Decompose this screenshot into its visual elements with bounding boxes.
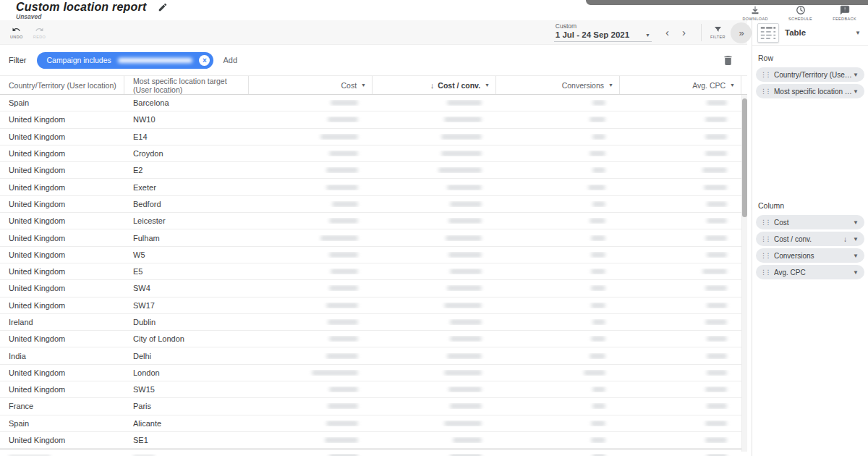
metric-cell	[249, 353, 373, 359]
redacted-value	[592, 201, 605, 207]
sidebar-section-label-column: Column	[758, 201, 861, 210]
filter-button[interactable]: FILTER	[710, 25, 726, 39]
redacted-value	[450, 319, 482, 325]
filter-chip-redacted-value	[118, 58, 193, 63]
metric-cell	[249, 235, 373, 241]
filter-chip-text: Campaign includes	[46, 56, 111, 64]
field-chip-cost-conv[interactable]: ⋮⋮Cost / conv.↓▼	[756, 232, 864, 246]
field-chip-caret-icon[interactable]: ▼	[853, 236, 859, 242]
table-row: United KingdomCroydon	[0, 145, 747, 162]
metric-cell	[620, 167, 741, 173]
redacted-value	[444, 370, 482, 376]
date-dropdown-caret-icon[interactable]: ▼	[645, 33, 650, 38]
redacted-value	[329, 151, 358, 156]
field-chip-caret-icon[interactable]: ▼	[853, 253, 859, 259]
field-chip-most-specific-location-target-user-location[interactable]: ⋮⋮Most specific location target (User lo…	[756, 84, 864, 98]
field-chip-caret-icon[interactable]: ▼	[853, 88, 859, 95]
table-chart-type-icon[interactable]	[757, 23, 779, 43]
column-header-avg-cpc[interactable]: Avg. CPC▼	[620, 76, 741, 94]
redacted-value	[329, 336, 358, 342]
field-chip-caret-icon[interactable]: ▼	[853, 219, 859, 226]
column-header-conversions[interactable]: Conversions▼	[496, 76, 620, 94]
delete-report-trash-icon[interactable]	[722, 54, 734, 67]
chart-type-caret-icon[interactable]: ▼	[855, 30, 861, 36]
table-row: SpainAlicante	[0, 415, 747, 432]
column-header-country-territory-user-location[interactable]: Country/Territory (User location)	[0, 76, 124, 94]
vertical-scrollbar[interactable]	[741, 95, 747, 452]
column-header-cost-conv[interactable]: ↓Cost / conv.▼	[373, 76, 496, 94]
location-target-cell: City of London	[124, 334, 249, 343]
chart-type-selector[interactable]: Table ▼	[752, 20, 868, 46]
column-header-most-specific-location-target-user-location[interactable]: Most specific location target (User loca…	[124, 76, 249, 94]
add-filter-button[interactable]: Add	[223, 56, 237, 64]
redacted-value	[331, 100, 358, 106]
metric-cell	[620, 387, 741, 392]
date-next-button[interactable]: ›	[676, 26, 692, 38]
country-cell: France	[0, 402, 124, 410]
column-menu-caret-icon[interactable]: ▼	[361, 83, 366, 88]
date-range-selector[interactable]: Custom 1 Jul - 24 Sep 2021 ▼	[554, 22, 652, 42]
field-chip-country-territory-user-location[interactable]: ⋮⋮Country/Territory (User location)▼	[756, 67, 864, 82]
location-target-cell: SE1	[124, 436, 249, 444]
redacted-value	[705, 285, 727, 291]
field-chip-avg-cpc[interactable]: ⋮⋮Avg. CPC▼	[756, 265, 864, 279]
drag-handle-icon[interactable]: ⋮⋮	[760, 72, 770, 78]
field-chip-conversions[interactable]: ⋮⋮Conversions▼	[756, 248, 864, 263]
table-row	[0, 449, 747, 456]
drag-handle-icon[interactable]: ⋮⋮	[760, 269, 770, 276]
table-row: United KingdomW5	[0, 247, 747, 263]
country-cell: Spain	[0, 419, 124, 428]
metric-cell	[496, 167, 620, 173]
redacted-value	[705, 387, 727, 392]
redacted-value	[450, 201, 482, 207]
campaign-filter-chip[interactable]: Campaign includes ×	[37, 52, 213, 69]
location-target-cell: Leicester	[124, 216, 249, 225]
undo-button[interactable]: UNDO	[10, 25, 23, 39]
field-chip-caret-icon[interactable]: ▼	[853, 269, 859, 276]
metric-cell	[373, 285, 496, 291]
metric-cell	[373, 134, 496, 140]
redacted-value	[592, 167, 605, 173]
column-menu-caret-icon[interactable]: ▼	[730, 83, 735, 88]
column-menu-caret-icon[interactable]: ▼	[608, 83, 613, 88]
metric-cell	[373, 353, 496, 359]
filter-bar-label: Filter	[9, 56, 26, 64]
redacted-value	[592, 403, 605, 409]
drag-handle-icon[interactable]: ⋮⋮	[760, 253, 770, 259]
table-body: SpainBarcelonaUnited KingdomNW10United K…	[0, 95, 747, 456]
location-target-cell: NW10	[124, 115, 249, 124]
field-chip-caret-icon[interactable]: ▼	[853, 72, 859, 78]
redacted-value	[320, 134, 358, 140]
metric-cell	[496, 235, 620, 241]
column-menu-caret-icon[interactable]: ▼	[485, 83, 490, 88]
metric-cell	[620, 218, 741, 224]
metric-cell	[620, 285, 741, 291]
scrollbar-thumb[interactable]	[742, 98, 747, 217]
redacted-value	[448, 218, 482, 224]
redacted-value	[705, 421, 727, 426]
metric-cell	[249, 117, 373, 122]
feedback-icon	[840, 5, 850, 15]
redacted-value	[453, 437, 482, 443]
redacted-value	[591, 336, 605, 342]
metric-cell	[496, 387, 620, 392]
feedback-button[interactable]: FEEDBACK	[833, 5, 856, 21]
download-button[interactable]: DOWNLOAD	[742, 5, 768, 21]
column-header-cost[interactable]: Cost▼	[249, 76, 373, 94]
redacted-value	[448, 252, 482, 258]
field-chip-cost[interactable]: ⋮⋮Cost▼	[756, 215, 864, 229]
schedule-button[interactable]: SCHEDULE	[788, 5, 812, 21]
metric-cell	[496, 269, 620, 274]
redo-button[interactable]: REDO	[33, 25, 46, 39]
drag-handle-icon[interactable]: ⋮⋮	[760, 219, 770, 226]
redacted-value	[326, 303, 358, 308]
country-cell: United Kingdom	[0, 115, 124, 124]
redacted-value	[444, 303, 482, 308]
edit-title-pencil-icon[interactable]	[158, 2, 168, 12]
drag-handle-icon[interactable]: ⋮⋮	[760, 236, 770, 242]
metric-cell	[620, 353, 741, 359]
drag-handle-icon[interactable]: ⋮⋮	[760, 88, 770, 95]
remove-filter-icon[interactable]: ×	[199, 55, 210, 66]
date-prev-button[interactable]: ‹	[659, 26, 676, 38]
collapse-panel-button[interactable]: »	[731, 22, 752, 43]
